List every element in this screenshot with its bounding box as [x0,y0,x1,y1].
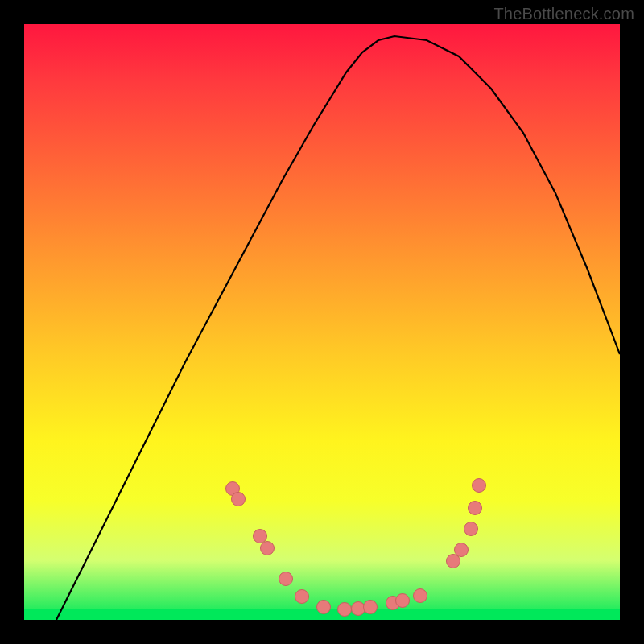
curve-marker [254,530,267,543]
curve-marker [295,590,309,604]
curve-marker [469,502,482,515]
curve-marker [396,594,410,608]
curve-marker [338,603,352,617]
curve-marker [455,543,469,557]
curve-marker [414,589,427,603]
chart-plot-area [24,24,620,620]
curve-marker [317,601,331,614]
curve-marker [261,542,275,555]
curve-marker [464,522,478,536]
curve-marker [352,602,365,616]
curve-marker [473,479,486,493]
bottleneck-curve-svg [24,24,620,620]
bottleneck-curve-line [56,36,620,620]
curve-markers-group [226,479,486,617]
curve-marker [364,601,378,614]
attribution-label: TheBottleneck.com [493,5,634,23]
curve-marker [447,555,460,568]
curve-marker [232,493,246,506]
curve-marker [279,572,293,586]
